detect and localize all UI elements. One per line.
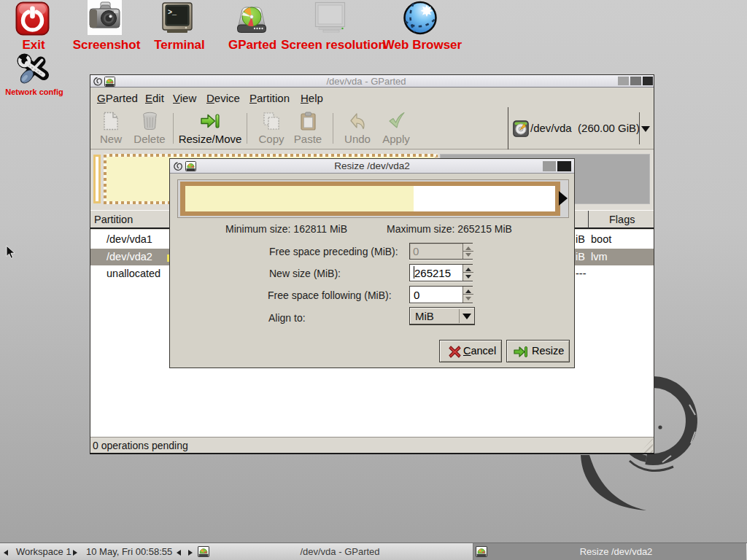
svg-text:>_: >_ [168, 9, 177, 17]
